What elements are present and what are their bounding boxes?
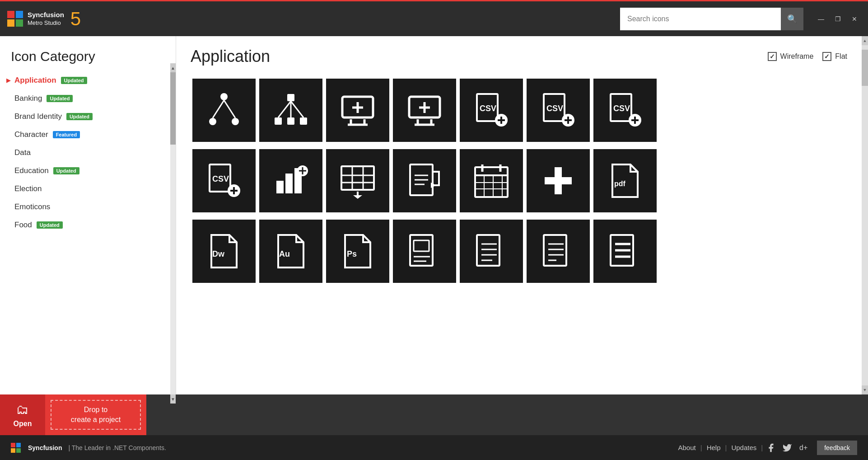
- icon-document-lines[interactable]: [593, 220, 657, 283]
- content-title: Application: [191, 47, 270, 66]
- document-return-icon: [406, 163, 443, 199]
- sidebar-item-banking[interactable]: BankingUpdated: [0, 89, 176, 108]
- icon-csv-add-2[interactable]: CSV: [527, 79, 590, 142]
- document-lines-icon: [607, 233, 643, 269]
- icon-monitor-add[interactable]: [326, 79, 389, 142]
- badge-education: Updated: [53, 167, 79, 174]
- badge-food: Updated: [37, 221, 63, 229]
- svg-text:CSV: CSV: [212, 174, 229, 183]
- icon-au-file[interactable]: Au: [259, 220, 322, 283]
- svg-line-9: [278, 101, 291, 117]
- logo-grid: [7, 11, 23, 27]
- logo-area: Syncfusion Metro Studio 5: [7, 9, 81, 28]
- svg-marker-56: [353, 195, 362, 199]
- icon-dw-file[interactable]: Dw: [192, 220, 256, 283]
- badge-character: Featured: [53, 131, 80, 138]
- dw-file-icon: Dw: [206, 233, 242, 269]
- flat-checkbox[interactable]: [822, 52, 831, 61]
- sidebar-scroll-thumb[interactable]: [170, 72, 176, 145]
- icon-csv-add-3[interactable]: CSV: [593, 79, 657, 142]
- sidebar-item-food[interactable]: FoodUpdated: [0, 216, 176, 234]
- icon-document-image[interactable]: [393, 220, 456, 283]
- scroll-up-arrow[interactable]: ▲: [862, 36, 868, 45]
- icon-tree-diagram-1[interactable]: [192, 79, 256, 142]
- badge-application: Updated: [61, 77, 87, 84]
- icon-tree-diagram-2[interactable]: [259, 79, 322, 142]
- sidebar-scroll-down[interactable]: ▼: [170, 394, 176, 404]
- icon-calendar-grid[interactable]: [460, 149, 523, 212]
- about-link[interactable]: About: [674, 444, 700, 451]
- scroll-thumb[interactable]: [862, 50, 868, 86]
- plus-sign-icon: [540, 163, 576, 199]
- sidebar-item-emoticons[interactable]: Emoticons: [0, 198, 176, 216]
- updates-link[interactable]: Updates: [727, 444, 761, 451]
- csv-file-add-icon: CSV: [206, 163, 242, 199]
- icon-ps-file[interactable]: Ps: [326, 220, 389, 283]
- sidebar-item-brand-identity[interactable]: Brand IdentityUpdated: [0, 108, 176, 126]
- icon-monitor-add-2[interactable]: [393, 79, 456, 142]
- pdf-file-icon: pdf: [607, 163, 643, 199]
- scroll-down-arrow[interactable]: ▼: [862, 385, 868, 394]
- drop-label: Drop tocreate a project: [71, 405, 121, 425]
- icon-csv-add-1[interactable]: CSV: [460, 79, 523, 142]
- sidebar-item-education[interactable]: EducationUpdated: [0, 162, 176, 180]
- search-button[interactable]: 🔍: [781, 8, 803, 30]
- drop-area[interactable]: Drop tocreate a project: [51, 400, 141, 430]
- footer-tagline: | The Leader in .NET Components.: [68, 444, 166, 451]
- search-area: 🔍: [620, 8, 803, 30]
- table-download-icon: [340, 163, 376, 199]
- footer-sq-red: [11, 443, 15, 447]
- tree-diagram-1-icon: [206, 92, 242, 128]
- icon-document-text[interactable]: [460, 220, 523, 283]
- open-label: Open: [14, 420, 32, 428]
- deviantart-icon[interactable]: d+: [795, 440, 812, 456]
- minimize-button[interactable]: —: [814, 14, 828, 24]
- flat-option: Flat: [822, 52, 847, 61]
- scroll-track[interactable]: [862, 45, 868, 385]
- icon-table-download[interactable]: [326, 149, 389, 212]
- open-button[interactable]: 🗂 Open: [0, 394, 45, 435]
- footer-sq-blue: [16, 443, 21, 447]
- icon-pdf-file[interactable]: pdf: [593, 149, 657, 212]
- sidebar-label-character: Character: [14, 130, 48, 139]
- sidebar-item-application[interactable]: ApplicationUpdated: [0, 71, 176, 89]
- sidebar-item-character[interactable]: CharacterFeatured: [0, 126, 176, 144]
- sidebar-label-education: Education: [14, 166, 49, 175]
- sidebar-label-emoticons: Emoticons: [14, 202, 50, 211]
- icon-csv-file-add[interactable]: CSV: [192, 149, 256, 212]
- icon-chart-bar-add[interactable]: [259, 149, 322, 212]
- wireframe-option: Wireframe: [768, 52, 814, 61]
- twitter-icon[interactable]: [779, 440, 795, 456]
- wireframe-checkbox[interactable]: [768, 52, 777, 61]
- icon-document-text-2[interactable]: [527, 220, 590, 283]
- product-name: Metro Studio: [28, 19, 64, 27]
- icon-plus-sign[interactable]: [527, 149, 590, 212]
- document-text-icon: [473, 233, 509, 269]
- content-scrollbar[interactable]: ▲ ▼: [862, 36, 868, 394]
- sidebar-scroll-up[interactable]: ▲: [170, 63, 176, 72]
- sidebar-scrollbar[interactable]: ▲ ▼: [170, 72, 176, 394]
- svg-rect-5: [287, 94, 294, 101]
- svg-rect-45: [285, 174, 293, 193]
- svg-rect-81: [477, 235, 499, 266]
- icon-row: DwAuPs: [191, 218, 847, 285]
- flat-label: Flat: [835, 52, 847, 61]
- restore-button[interactable]: ❐: [831, 14, 845, 24]
- sidebar-label-election: Election: [14, 184, 42, 193]
- help-link[interactable]: Help: [702, 444, 725, 451]
- svg-line-11: [291, 101, 303, 117]
- search-input[interactable]: [620, 8, 781, 30]
- csv-add-3-icon: CSV: [607, 92, 643, 128]
- csv-add-2-icon: CSV: [540, 92, 576, 128]
- sidebar-item-data[interactable]: Data: [0, 144, 176, 162]
- footer-sq-yellow: [11, 448, 15, 453]
- facebook-icon[interactable]: [763, 440, 779, 456]
- svg-rect-44: [276, 181, 284, 193]
- close-button[interactable]: ✕: [848, 14, 861, 24]
- wireframe-label: Wireframe: [780, 52, 814, 61]
- sidebar-item-election[interactable]: Election: [0, 180, 176, 198]
- svg-text:Dw: Dw: [212, 249, 225, 258]
- svg-rect-86: [544, 235, 566, 266]
- icon-document-return[interactable]: [393, 149, 456, 212]
- feedback-button[interactable]: feedback: [817, 441, 857, 455]
